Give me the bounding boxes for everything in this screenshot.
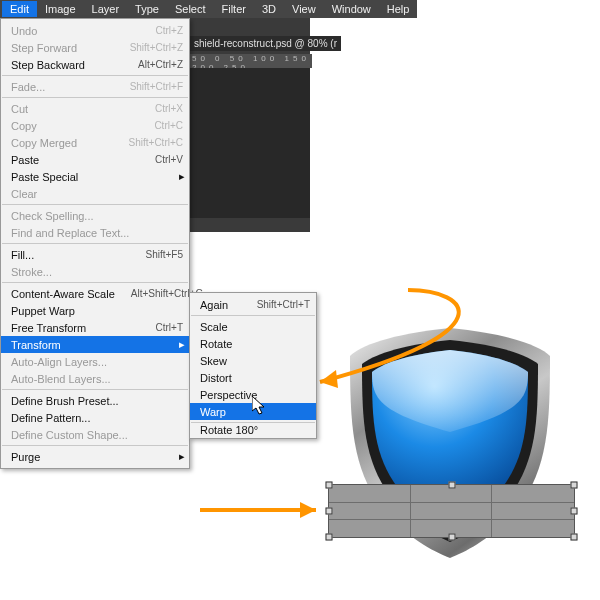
menubar-item-3d[interactable]: 3D bbox=[254, 1, 284, 17]
menu-item-shortcut: Ctrl+C bbox=[154, 120, 183, 131]
menu-item-label: Scale bbox=[200, 321, 310, 333]
menu-item-shortcut: Shift+Ctrl+F bbox=[130, 81, 183, 92]
menu-item-label: Find and Replace Text... bbox=[11, 227, 183, 239]
transform-submenu-item-perspective[interactable]: Perspective bbox=[190, 386, 316, 403]
menu-item-shortcut: Shift+Ctrl+T bbox=[257, 299, 310, 310]
edit-menu-item-find-and-replace-text: Find and Replace Text... bbox=[1, 224, 189, 241]
edit-menu-item-step-backward[interactable]: Step BackwardAlt+Ctrl+Z bbox=[1, 56, 189, 73]
menu-item-shortcut: Shift+F5 bbox=[145, 249, 183, 260]
transform-submenu-item-skew[interactable]: Skew bbox=[190, 352, 316, 369]
document-tab[interactable]: shield-reconstruct.psd @ 80% (r bbox=[190, 36, 341, 51]
edit-menu-item-paste-special[interactable]: Paste Special▸ bbox=[1, 168, 189, 185]
edit-menu-item-separator bbox=[2, 97, 188, 98]
menu-item-label: Skew bbox=[200, 355, 310, 367]
edit-menu-item-separator bbox=[2, 282, 188, 283]
menu-item-label: Define Brush Preset... bbox=[11, 395, 183, 407]
menu-item-shortcut: Ctrl+X bbox=[155, 103, 183, 114]
menu-item-label: Auto-Align Layers... bbox=[11, 356, 183, 368]
edit-menu-item-purge[interactable]: Purge▸ bbox=[1, 448, 189, 465]
submenu-arrow-icon: ▸ bbox=[179, 338, 185, 351]
menubar-item-type[interactable]: Type bbox=[127, 1, 167, 17]
menu-item-label: Undo bbox=[11, 25, 140, 37]
menubar-item-filter[interactable]: Filter bbox=[214, 1, 254, 17]
menu-item-label: Paste bbox=[11, 154, 139, 166]
menu-item-label: Auto-Blend Layers... bbox=[11, 373, 183, 385]
menu-item-label: Again bbox=[200, 299, 241, 311]
edit-menu-item-fill[interactable]: Fill...Shift+F5 bbox=[1, 246, 189, 263]
edit-menu-item-define-custom-shape: Define Custom Shape... bbox=[1, 426, 189, 443]
menu-item-label: Fill... bbox=[11, 249, 129, 261]
menu-item-label: Free Transform bbox=[11, 322, 140, 334]
edit-menu-item-auto-blend-layers: Auto-Blend Layers... bbox=[1, 370, 189, 387]
edit-menu-item-define-brush-preset[interactable]: Define Brush Preset... bbox=[1, 392, 189, 409]
edit-menu-item-puppet-warp[interactable]: Puppet Warp bbox=[1, 302, 189, 319]
menubar-item-edit[interactable]: Edit bbox=[2, 1, 37, 17]
menu-item-label: Paste Special bbox=[11, 171, 183, 183]
menu-item-label: Define Pattern... bbox=[11, 412, 183, 424]
edit-menu-item-free-transform[interactable]: Free TransformCtrl+T bbox=[1, 319, 189, 336]
edit-menu-item-check-spelling: Check Spelling... bbox=[1, 207, 189, 224]
menu-item-label: Fade... bbox=[11, 81, 114, 93]
transform-submenu-item-distort[interactable]: Distort bbox=[190, 369, 316, 386]
edit-menu-item-copy: CopyCtrl+C bbox=[1, 117, 189, 134]
menu-item-label: Step Forward bbox=[11, 42, 114, 54]
edit-menu: UndoCtrl+ZStep ForwardShift+Ctrl+ZStep B… bbox=[0, 18, 190, 469]
menu-item-label: Check Spelling... bbox=[11, 210, 183, 222]
menubar-item-image[interactable]: Image bbox=[37, 1, 84, 17]
edit-menu-item-auto-align-layers: Auto-Align Layers... bbox=[1, 353, 189, 370]
submenu-arrow-icon: ▸ bbox=[179, 450, 185, 463]
edit-menu-item-fade: Fade...Shift+Ctrl+F bbox=[1, 78, 189, 95]
menubar: EditImageLayerTypeSelectFilter3DViewWind… bbox=[0, 0, 417, 18]
transform-submenu: AgainShift+Ctrl+TScaleRotateSkewDistortP… bbox=[189, 292, 317, 439]
transform-submenu-item-separator bbox=[191, 422, 315, 423]
menu-item-label: Warp bbox=[200, 406, 310, 418]
menu-item-label: Define Custom Shape... bbox=[11, 429, 183, 441]
edit-menu-item-cut: CutCtrl+X bbox=[1, 100, 189, 117]
menu-item-shortcut: Shift+Ctrl+Z bbox=[130, 42, 183, 53]
menu-item-label: Rotate 180° bbox=[200, 425, 310, 435]
edit-menu-item-transform[interactable]: Transform▸ bbox=[1, 336, 189, 353]
edit-menu-item-stroke: Stroke... bbox=[1, 263, 189, 280]
canvas-area[interactable] bbox=[190, 68, 310, 218]
transform-submenu-item-rotate-180[interactable]: Rotate 180° bbox=[190, 425, 316, 435]
menu-item-label: Distort bbox=[200, 372, 310, 384]
menu-item-label: Content-Aware Scale bbox=[11, 288, 115, 300]
menubar-item-select[interactable]: Select bbox=[167, 1, 214, 17]
menu-item-label: Purge bbox=[11, 451, 183, 463]
svg-marker-0 bbox=[320, 370, 338, 388]
transform-bounding-box[interactable] bbox=[328, 484, 575, 538]
menu-item-label: Puppet Warp bbox=[11, 305, 183, 317]
edit-menu-item-paste[interactable]: PasteCtrl+V bbox=[1, 151, 189, 168]
menu-item-label: Copy Merged bbox=[11, 137, 113, 149]
edit-menu-item-separator bbox=[2, 204, 188, 205]
transform-submenu-item-again[interactable]: AgainShift+Ctrl+T bbox=[190, 296, 316, 313]
menu-item-label: Clear bbox=[11, 188, 183, 200]
menu-item-label: Transform bbox=[11, 339, 183, 351]
edit-menu-item-define-pattern[interactable]: Define Pattern... bbox=[1, 409, 189, 426]
menu-item-label: Cut bbox=[11, 103, 139, 115]
menubar-item-view[interactable]: View bbox=[284, 1, 324, 17]
transform-submenu-item-separator bbox=[191, 315, 315, 316]
horizontal-ruler: 50 0 50 100 150 200 250 bbox=[190, 54, 312, 68]
edit-menu-item-content-aware-scale[interactable]: Content-Aware ScaleAlt+Shift+Ctrl+C bbox=[1, 285, 189, 302]
menu-item-shortcut: Alt+Ctrl+Z bbox=[138, 59, 183, 70]
transform-submenu-item-scale[interactable]: Scale bbox=[190, 318, 316, 335]
edit-menu-item-clear: Clear bbox=[1, 185, 189, 202]
menu-item-shortcut: Shift+Ctrl+C bbox=[129, 137, 183, 148]
menubar-item-window[interactable]: Window bbox=[324, 1, 379, 17]
menubar-item-help[interactable]: Help bbox=[379, 1, 418, 17]
edit-menu-item-separator bbox=[2, 389, 188, 390]
edit-menu-item-separator bbox=[2, 243, 188, 244]
edit-menu-item-step-forward: Step ForwardShift+Ctrl+Z bbox=[1, 39, 189, 56]
edit-menu-item-separator bbox=[2, 75, 188, 76]
menubar-item-layer[interactable]: Layer bbox=[84, 1, 128, 17]
edit-menu-item-undo: UndoCtrl+Z bbox=[1, 22, 189, 39]
edit-menu-item-copy-merged: Copy MergedShift+Ctrl+C bbox=[1, 134, 189, 151]
menu-item-label: Perspective bbox=[200, 389, 310, 401]
svg-marker-2 bbox=[300, 502, 316, 518]
transform-submenu-item-warp[interactable]: Warp bbox=[190, 403, 316, 420]
submenu-arrow-icon: ▸ bbox=[179, 170, 185, 183]
edit-menu-item-separator bbox=[2, 445, 188, 446]
menu-item-label: Step Backward bbox=[11, 59, 122, 71]
transform-submenu-item-rotate[interactable]: Rotate bbox=[190, 335, 316, 352]
